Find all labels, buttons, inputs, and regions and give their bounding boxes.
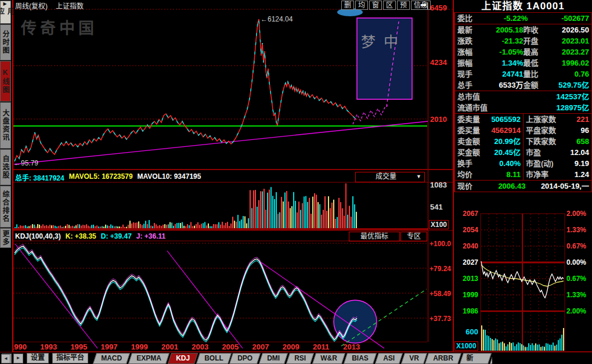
quote-cell: 买金额20.45亿: [457, 147, 521, 158]
year-label: 2005: [222, 343, 239, 351]
quote-value: 529.75亿: [555, 80, 590, 91]
kdj-axis-label: +79.24: [429, 265, 454, 273]
sidebar-item-7[interactable]: 更多: [0, 228, 11, 248]
in-right-label: 0.67%: [566, 242, 592, 250]
collapse-panel-button[interactable]: ➡|: [420, 1, 428, 9]
symbol-label: 上证指数: [56, 2, 84, 10]
sidebar-item-1[interactable]: ▶应用: [0, 1, 11, 24]
quote-row: 买金额20.45亿市盈12.04: [455, 147, 591, 158]
indicator-tab-dmi[interactable]: DMI: [259, 353, 288, 364]
quote-label: 换手: [457, 158, 489, 169]
indicator-tab-新dma[interactable]: 新DMA: [460, 353, 492, 364]
quote-cell: 最高2023.27: [524, 46, 590, 57]
quote-row: 卖金额20.99亿下跌家数658: [455, 136, 591, 147]
indicator-tab-arbr[interactable]: ARBR: [425, 353, 461, 364]
window-button-1[interactable]: 删: [341, 1, 354, 10]
indicator-tab-dpo[interactable]: DPO: [229, 353, 261, 364]
window-button-3[interactable]: 窗: [369, 1, 382, 10]
quote-value: 2023.01: [555, 35, 590, 46]
quote-panel: 上证指数 1A0001 委比 -5.22% -502677 最新2005.18昨…: [454, 0, 592, 192]
in-right-label: 2.00%: [566, 307, 592, 315]
intraday-volume-label: 600: [453, 327, 478, 336]
window-button-5[interactable]: 预: [397, 1, 410, 10]
kdj-axis-label: +37.73: [429, 315, 454, 323]
indicator-tab-boll[interactable]: BOLL: [196, 353, 232, 364]
quote-value: 6533万: [489, 80, 524, 91]
quote-label: 市净率: [526, 169, 562, 180]
quote-value: 1.24: [562, 169, 589, 180]
quote-label: 涨幅: [457, 46, 489, 57]
sidebar-item-4[interactable]: 大盘资讯: [0, 102, 11, 149]
quote-row: 总手6533万金额529.75亿: [455, 80, 591, 91]
low-price-label: ←95.79: [14, 159, 38, 167]
sidebar-item-2[interactable]: 分时图: [0, 24, 11, 60]
indicator-tab-bias[interactable]: BIAS: [344, 353, 377, 364]
in-right-label: 1.33%: [566, 291, 592, 299]
chart-header: 周线(复权)上证指数: [15, 1, 84, 10]
in-right-label: 0.67%: [566, 275, 592, 283]
indicator-tab-macd[interactable]: MACD: [93, 353, 130, 364]
quote-row: 涨跌-21.32开盘2023.01: [455, 35, 591, 46]
quote-section-b: 总市值142537亿流通市值128975亿: [455, 91, 591, 113]
in-left-label: 2067: [453, 210, 478, 218]
volume-scale-label: X100: [429, 220, 449, 229]
zone-button[interactable]: 专区: [400, 232, 427, 242]
settings-button[interactable]: 设置: [27, 353, 49, 363]
quote-row: 换手0.40%市盈(动)9.19: [455, 158, 591, 169]
quote-cell: 总手6533万: [457, 80, 524, 91]
weibi-row: 委比 -5.22% -502677: [455, 13, 591, 24]
quote-label: 振幅: [457, 57, 489, 69]
indicator-tab-w&r[interactable]: W&R: [312, 353, 345, 364]
quote-value: 0.76: [555, 69, 590, 80]
quote-label: 下跌家数: [526, 136, 562, 147]
quote-cell: 振幅1.34%: [457, 57, 524, 69]
quote-row: 均价8.11市净率1.24: [455, 169, 591, 180]
quote-cell: 昨收2026.50: [524, 24, 590, 35]
quote-label: 委买量: [457, 125, 489, 136]
quote-cell: 开盘2023.01: [524, 35, 590, 46]
best-indicator-button[interactable]: 最优指标: [349, 232, 400, 242]
indicator-tab-vr[interactable]: VR: [401, 353, 427, 364]
quote-label: 总市值: [457, 91, 480, 102]
scroll-right-button[interactable]: ►: [13, 354, 23, 363]
in-left-label: 2027: [453, 258, 478, 266]
quote-value: 221: [562, 114, 589, 125]
volume-indicator-dropdown[interactable]: 成交量▼: [355, 172, 425, 182]
quote-date: 2014-05-19,一: [525, 181, 589, 192]
kdj-header-part: J: +36.11: [136, 232, 165, 240]
indicator-tab-expma[interactable]: EXPMA: [128, 353, 169, 364]
quote-label: 总手: [457, 80, 489, 91]
in-left-label: 2013: [453, 275, 478, 283]
sidebar-item-3[interactable]: K线图: [0, 61, 11, 102]
sidebar-item-6[interactable]: 综合排名: [0, 186, 11, 228]
quote-value: 20.45亿: [489, 147, 521, 158]
sidebar-item-5[interactable]: 自选股: [0, 149, 11, 185]
indicator-platform-button[interactable]: 指标平台: [52, 353, 88, 363]
indicator-tab-rsi[interactable]: RSI: [286, 353, 314, 364]
price-label: 现价: [457, 181, 472, 192]
quote-cell: 均价8.11: [457, 169, 521, 180]
quote-value: 12.04: [562, 147, 589, 158]
left-sidebar: ▶应用分时图K线图大盘资讯自选股综合排名更多: [0, 0, 13, 352]
indicator-tab-asi[interactable]: ASI: [375, 353, 403, 364]
quote-section-c: 委卖量5065592上涨家数221委买量4562914平盘家数96卖金额20.9…: [455, 113, 591, 180]
current-price-row: 现价 2006.43 2014-05-19,一: [455, 180, 591, 192]
year-label: 1999: [131, 343, 148, 351]
quote-value: 1996.02: [555, 57, 590, 69]
indicator-tab-kdj[interactable]: KDJ: [168, 353, 198, 364]
year-label: 2011: [313, 343, 329, 351]
in-right-label: 2.00%: [566, 210, 592, 218]
period-label: 周线(复权): [15, 2, 48, 10]
bottom-toolbar: ◄ ► 设置 指标平台 MACDEXPMAKDJBOLLDPODMIRSIW&R…: [0, 352, 592, 364]
quote-cell: 金额529.75亿: [524, 80, 590, 91]
window-toolbar: 删均窗区预信息: [341, 1, 431, 10]
window-button-4[interactable]: 区: [383, 1, 396, 10]
price-value: 2006.43: [472, 181, 525, 192]
quote-label: 流通市值: [457, 102, 488, 113]
weibi-label: 委比: [457, 13, 472, 24]
in-left-label: 1999: [453, 291, 478, 299]
window-button-2[interactable]: 均: [355, 1, 368, 10]
quote-label: 开盘: [524, 35, 555, 46]
quote-value: -1.05%: [489, 46, 524, 57]
sidebar-collapse-button[interactable]: ◄: [1, 354, 10, 363]
